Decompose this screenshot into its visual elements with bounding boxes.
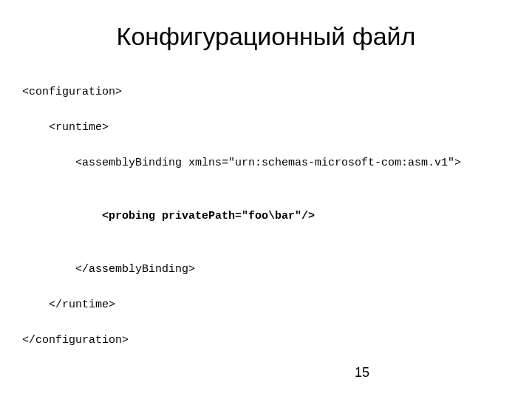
code-line: </assemblyBinding> bbox=[22, 261, 532, 279]
code-line: <runtime> bbox=[22, 119, 532, 137]
code-line: </configuration> bbox=[22, 332, 532, 349]
code-line: <assemblyBinding xmlns="urn:schemas-micr… bbox=[22, 154, 532, 172]
slide-title: Конфигурационный файл bbox=[0, 0, 532, 66]
code-line-highlight: <probing privatePath="foo\bar"/> bbox=[22, 208, 532, 225]
code-line: </runtime> bbox=[22, 296, 532, 314]
code-line: <configuration> bbox=[22, 83, 532, 101]
page-number: 15 bbox=[355, 365, 369, 381]
config-code: <configuration> <runtime> <assemblyBindi… bbox=[0, 66, 532, 367]
